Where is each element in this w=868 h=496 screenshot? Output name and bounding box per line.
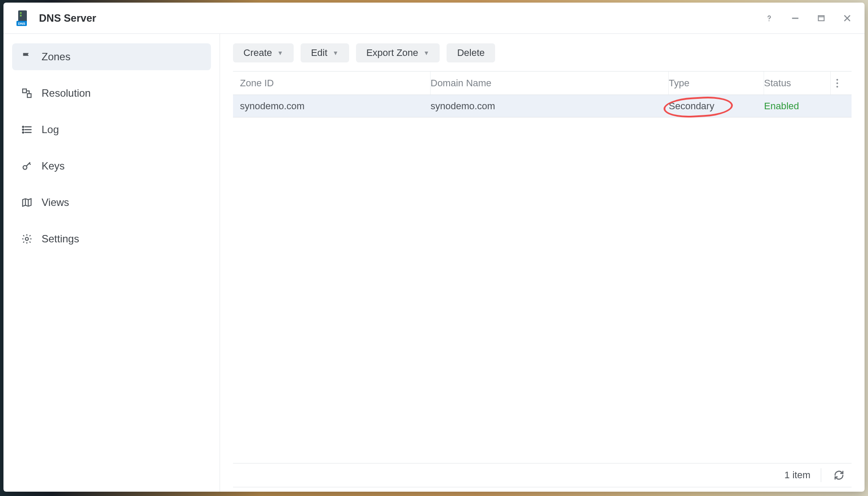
button-label: Edit	[311, 47, 327, 59]
svg-point-20	[26, 238, 29, 241]
svg-point-19	[23, 166, 27, 170]
sidebar-item-keys[interactable]: Keys	[12, 153, 211, 179]
titlebar: DNS DNS Server	[3, 3, 865, 34]
svg-rect-11	[23, 89, 26, 93]
gear-icon	[21, 233, 33, 245]
sidebar-item-log[interactable]: Log	[12, 116, 211, 143]
sidebar-item-label: Log	[42, 124, 59, 136]
type-value: Secondary	[669, 101, 714, 111]
svg-point-5	[768, 20, 769, 21]
table-header: Zone ID Domain Name Type Status	[233, 72, 852, 95]
svg-point-22	[836, 82, 838, 84]
sidebar-item-settings[interactable]: Settings	[12, 225, 211, 252]
sidebar-item-label: Keys	[42, 160, 65, 172]
cell-status: Enabled	[764, 101, 831, 112]
svg-point-17	[23, 129, 24, 131]
statusbar: 1 item	[233, 463, 852, 487]
button-label: Create	[243, 47, 272, 59]
list-icon	[21, 124, 33, 136]
edit-button[interactable]: Edit ▼	[301, 43, 349, 62]
button-label: Delete	[457, 47, 485, 59]
sidebar-item-views[interactable]: Views	[12, 189, 211, 216]
maximize-button[interactable]	[813, 10, 830, 27]
svg-rect-2	[20, 15, 22, 16]
svg-point-18	[23, 132, 24, 133]
app-window: DNS DNS Server Zones	[3, 3, 865, 492]
svg-point-16	[23, 126, 24, 127]
sidebar: Zones Resolution Log Keys	[3, 34, 220, 492]
col-domain-name[interactable]: Domain Name	[431, 72, 669, 95]
cell-zone-id: synodemo.com	[240, 101, 431, 112]
svg-rect-1	[20, 12, 22, 14]
app-title: DNS Server	[39, 12, 96, 24]
app-icon: DNS	[16, 10, 31, 27]
sidebar-item-resolution[interactable]: Resolution	[12, 80, 211, 107]
sidebar-item-zones[interactable]: Zones	[12, 43, 211, 70]
sidebar-item-label: Resolution	[42, 87, 91, 99]
key-icon	[21, 160, 33, 172]
svg-point-21	[836, 79, 838, 81]
main-panel: Create ▼ Edit ▼ Export Zone ▼ Delete Zon…	[220, 34, 865, 492]
close-button[interactable]	[839, 10, 856, 27]
refresh-button[interactable]	[832, 470, 846, 480]
svg-rect-12	[27, 94, 31, 98]
col-zone-id[interactable]: Zone ID	[240, 72, 431, 95]
cell-domain-name: synodemo.com	[431, 101, 669, 112]
delete-button[interactable]: Delete	[447, 43, 495, 62]
resolve-icon	[21, 87, 33, 99]
minimize-button[interactable]	[787, 10, 804, 27]
item-count: 1 item	[784, 470, 810, 481]
flag-icon	[21, 51, 33, 63]
sidebar-item-label: Settings	[42, 233, 79, 245]
zones-table: Zone ID Domain Name Type Status synodemo…	[233, 71, 852, 463]
sidebar-item-label: Views	[42, 196, 69, 209]
chevron-down-icon: ▼	[333, 49, 339, 56]
export-zone-button[interactable]: Export Zone ▼	[356, 43, 440, 62]
col-type[interactable]: Type	[669, 72, 764, 95]
divider	[821, 468, 821, 482]
column-options-button[interactable]	[831, 72, 848, 95]
toolbar: Create ▼ Edit ▼ Export Zone ▼ Delete	[233, 43, 852, 71]
table-row[interactable]: synodemo.com synodemo.com Secondary Enab…	[233, 95, 852, 117]
chevron-down-icon: ▼	[277, 49, 283, 56]
chevron-down-icon: ▼	[424, 49, 430, 56]
map-icon	[21, 196, 33, 209]
button-label: Export Zone	[366, 47, 418, 59]
create-button[interactable]: Create ▼	[233, 43, 294, 62]
table-body: synodemo.com synodemo.com Secondary Enab…	[233, 95, 852, 463]
sidebar-item-label: Zones	[42, 51, 71, 63]
svg-point-23	[836, 86, 838, 88]
help-button[interactable]	[761, 10, 778, 27]
svg-text:DNS: DNS	[18, 22, 26, 26]
col-status[interactable]: Status	[764, 72, 831, 95]
cell-type: Secondary	[669, 101, 764, 112]
